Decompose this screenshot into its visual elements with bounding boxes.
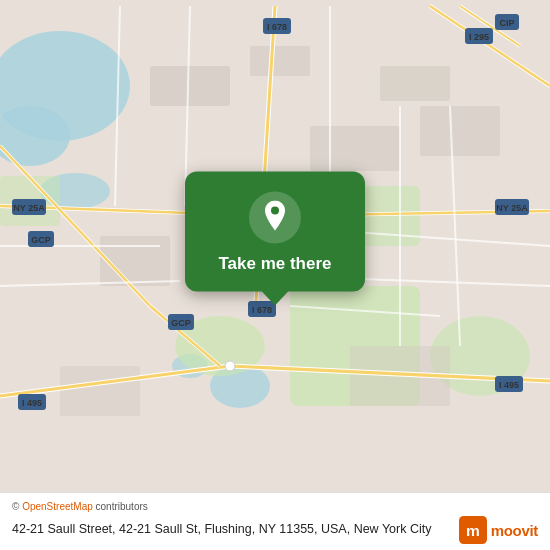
svg-text:CIP: CIP [499,18,514,28]
address-text: 42-21 Saull Street, 42-21 Saull St, Flus… [12,521,449,539]
svg-text:I 678: I 678 [267,22,287,32]
svg-text:NY 25A: NY 25A [496,203,528,213]
svg-point-70 [225,361,235,371]
attribution-prefix: © [12,501,22,512]
svg-text:I 295: I 295 [469,32,489,42]
attribution: © OpenStreetMap contributors [12,501,538,512]
moovit-brand-text: moovit [491,522,538,539]
svg-rect-18 [60,366,140,416]
address-row: 42-21 Saull Street, 42-21 Saull St, Flus… [12,516,538,544]
popup-card[interactable]: Take me there [185,172,365,292]
svg-text:m: m [466,522,480,539]
svg-text:I 678: I 678 [252,305,272,315]
bottom-bar: © OpenStreetMap contributors 42-21 Saull… [0,492,550,550]
app: I 678 I 678 NY 25A NY 25A I 495 I 495 GC… [0,0,550,550]
svg-rect-15 [310,126,400,171]
attribution-suffix: contributors [93,501,148,512]
svg-rect-14 [420,106,500,156]
svg-point-71 [271,207,279,215]
popup-label: Take me there [218,254,331,274]
location-icon-wrapper [249,192,301,244]
svg-rect-13 [380,66,450,101]
svg-text:GCP: GCP [31,235,51,245]
svg-text:I 495: I 495 [499,380,519,390]
location-pin-icon [261,201,289,235]
svg-text:I 495: I 495 [22,398,42,408]
openstreetmap-link[interactable]: OpenStreetMap [22,501,93,512]
moovit-logo: m moovit [459,516,538,544]
svg-text:GCP: GCP [171,318,191,328]
svg-rect-11 [150,66,230,106]
map-container: I 678 I 678 NY 25A NY 25A I 495 I 495 GC… [0,0,550,492]
svg-rect-12 [250,46,310,76]
svg-text:NY 25A: NY 25A [13,203,45,213]
moovit-brand-icon: m [459,516,487,544]
